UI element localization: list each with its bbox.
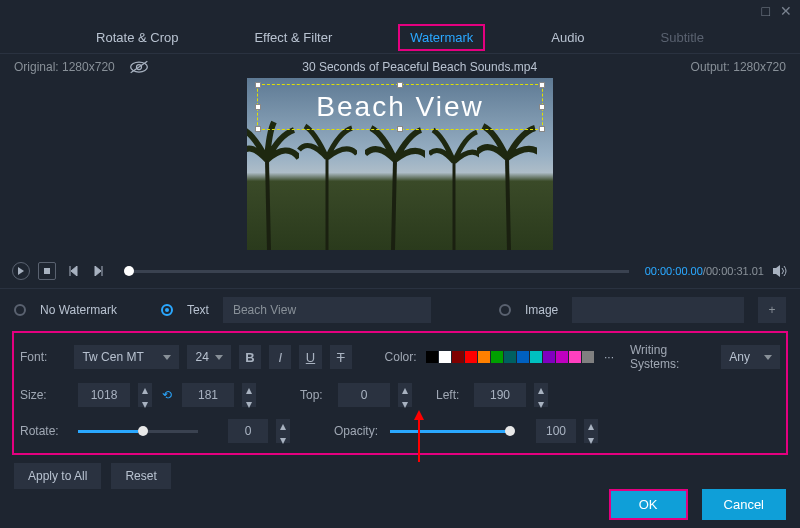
video-preview[interactable]: Beach View	[247, 78, 553, 250]
color-swatches[interactable]	[426, 351, 594, 363]
tab-subtitle[interactable]: Subtitle	[651, 24, 714, 51]
tab-audio[interactable]: Audio	[541, 24, 594, 51]
font-family-select[interactable]: Tw Cen MT	[74, 345, 179, 369]
reset-button[interactable]: Reset	[111, 463, 170, 489]
color-swatch[interactable]	[478, 351, 490, 363]
top-input[interactable]	[338, 383, 390, 407]
tab-watermark[interactable]: Watermark	[398, 24, 485, 51]
color-swatch[interactable]	[556, 351, 568, 363]
color-swatch[interactable]	[504, 351, 516, 363]
svg-rect-8	[44, 268, 50, 274]
add-image-button[interactable]: +	[758, 297, 786, 323]
play-icon[interactable]	[12, 262, 30, 280]
original-resolution: Original: 1280x720	[14, 60, 115, 74]
seek-thumb[interactable]	[124, 266, 134, 276]
color-swatch[interactable]	[491, 351, 503, 363]
font-label: Font:	[20, 350, 66, 364]
filename-label: 30 Seconds of Peaceful Beach Sounds.mp4	[302, 60, 537, 74]
text-mode-label: Text	[187, 303, 209, 317]
watermark-settings-panel: Font: Tw Cen MT 24 B I U T Color: ··· Wr…	[12, 331, 788, 455]
size-label: Size:	[20, 388, 70, 402]
seek-bar[interactable]	[124, 270, 629, 273]
bold-button[interactable]: B	[239, 345, 261, 369]
color-swatch[interactable]	[517, 351, 529, 363]
no-watermark-label: No Watermark	[40, 303, 117, 317]
eye-hidden-icon[interactable]	[129, 60, 149, 74]
top-stepper[interactable]: ▴▾	[398, 383, 412, 407]
color-swatch[interactable]	[465, 351, 477, 363]
rotate-label: Rotate:	[20, 424, 70, 438]
opacity-slider[interactable]	[390, 430, 510, 433]
ok-button[interactable]: OK	[609, 489, 688, 520]
left-stepper[interactable]: ▴▾	[534, 383, 548, 407]
volume-icon[interactable]	[772, 264, 788, 278]
strikethrough-button[interactable]: T	[330, 345, 352, 369]
rotate-slider[interactable]	[78, 430, 198, 433]
writing-systems-label: Writing Systems:	[630, 343, 713, 371]
cancel-button[interactable]: Cancel	[702, 489, 786, 520]
next-icon[interactable]	[90, 262, 108, 280]
width-stepper[interactable]: ▴▾	[138, 383, 152, 407]
tab-rotate-crop[interactable]: Rotate & Crop	[86, 24, 188, 51]
link-aspect-icon[interactable]: ⟲	[160, 388, 174, 402]
svg-line-5	[393, 160, 395, 250]
radio-image[interactable]	[499, 304, 511, 316]
image-watermark-input[interactable]	[572, 297, 744, 323]
left-label: Left:	[436, 388, 466, 402]
underline-button[interactable]: U	[299, 345, 321, 369]
maximize-icon[interactable]: □	[762, 3, 770, 19]
opacity-stepper[interactable]: ▴▾	[584, 419, 598, 443]
opacity-value-input[interactable]	[536, 419, 576, 443]
left-input[interactable]	[474, 383, 526, 407]
tabs-bar: Rotate & Crop Effect & Filter Watermark …	[0, 22, 800, 54]
color-label: Color:	[385, 350, 418, 364]
height-stepper[interactable]: ▴▾	[242, 383, 256, 407]
color-swatch[interactable]	[439, 351, 451, 363]
font-size-select[interactable]: 24	[187, 345, 230, 369]
rotate-stepper[interactable]: ▴▾	[276, 419, 290, 443]
opacity-label: Opacity:	[334, 424, 382, 438]
color-swatch[interactable]	[426, 351, 438, 363]
apply-to-all-button[interactable]: Apply to All	[14, 463, 101, 489]
watermark-text: Beach View	[316, 91, 483, 123]
close-icon[interactable]: ✕	[780, 3, 792, 19]
svg-line-7	[507, 158, 509, 250]
color-swatch[interactable]	[452, 351, 464, 363]
color-swatch[interactable]	[543, 351, 555, 363]
playback-time: 00:00:00.00/00:00:31.01	[645, 265, 764, 277]
top-label: Top:	[300, 388, 330, 402]
color-swatch[interactable]	[530, 351, 542, 363]
more-colors-icon[interactable]: ···	[604, 350, 614, 364]
height-input[interactable]	[182, 383, 234, 407]
rotate-value-input[interactable]	[228, 419, 268, 443]
annotation-arrow	[412, 410, 426, 462]
radio-no-watermark[interactable]	[14, 304, 26, 316]
watermark-bounding-box[interactable]: Beach View	[257, 84, 543, 130]
svg-line-3	[267, 160, 269, 250]
width-input[interactable]	[78, 383, 130, 407]
tab-effect-filter[interactable]: Effect & Filter	[244, 24, 342, 51]
color-swatch[interactable]	[582, 351, 594, 363]
color-swatch[interactable]	[569, 351, 581, 363]
output-resolution: Output: 1280x720	[691, 60, 786, 74]
stop-icon[interactable]	[38, 262, 56, 280]
text-watermark-input[interactable]	[223, 297, 431, 323]
italic-button[interactable]: I	[269, 345, 291, 369]
prev-icon[interactable]	[64, 262, 82, 280]
writing-systems-select[interactable]: Any	[721, 345, 780, 369]
image-mode-label: Image	[525, 303, 558, 317]
radio-text[interactable]	[161, 304, 173, 316]
